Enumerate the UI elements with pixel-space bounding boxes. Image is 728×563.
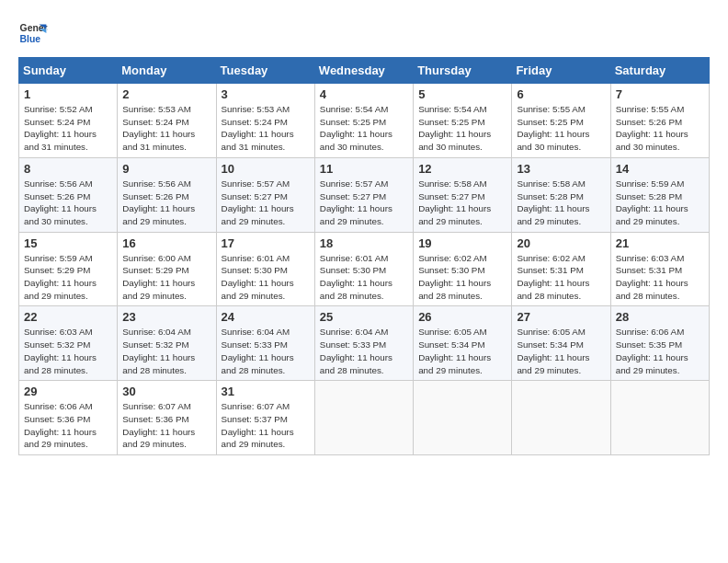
day-info: Sunrise: 6:04 AMSunset: 5:33 PMDaylight:… — [222, 326, 310, 376]
logo-icon: General Blue — [18, 18, 48, 48]
calendar-header-monday: Monday — [118, 58, 216, 84]
day-number: 13 — [517, 162, 605, 176]
day-info: Sunrise: 6:06 AMSunset: 5:36 PMDaylight:… — [24, 400, 112, 451]
calendar-cell: 16Sunrise: 6:00 AMSunset: 5:29 PMDayligh… — [118, 232, 216, 306]
day-info: Sunrise: 6:07 AMSunset: 5:36 PMDaylight:… — [122, 400, 210, 451]
calendar-week-row: 29Sunrise: 6:06 AMSunset: 5:36 PMDayligh… — [19, 381, 710, 455]
day-number: 5 — [418, 87, 506, 101]
calendar-header-thursday: Thursday — [414, 58, 512, 84]
calendar-cell: 17Sunrise: 6:01 AMSunset: 5:30 PMDayligh… — [216, 232, 314, 306]
calendar-cell: 11Sunrise: 5:57 AMSunset: 5:27 PMDayligh… — [314, 157, 413, 232]
day-info: Sunrise: 6:06 AMSunset: 5:35 PMDaylight:… — [616, 326, 704, 376]
calendar-header-wednesday: Wednesday — [314, 58, 413, 84]
day-info: Sunrise: 6:03 AMSunset: 5:31 PMDaylight:… — [616, 252, 704, 303]
day-info: Sunrise: 5:59 AMSunset: 5:29 PMDaylight:… — [24, 252, 112, 303]
day-number: 10 — [222, 162, 310, 176]
calendar-cell: 20Sunrise: 6:02 AMSunset: 5:31 PMDayligh… — [512, 232, 610, 306]
calendar-cell: 19Sunrise: 6:02 AMSunset: 5:30 PMDayligh… — [414, 232, 512, 306]
calendar-cell: 6Sunrise: 5:55 AMSunset: 5:25 PMDaylight… — [512, 84, 610, 158]
day-number: 24 — [222, 310, 310, 324]
day-info: Sunrise: 6:02 AMSunset: 5:31 PMDaylight:… — [517, 252, 605, 303]
calendar-cell: 18Sunrise: 6:01 AMSunset: 5:30 PMDayligh… — [314, 232, 413, 306]
day-number: 22 — [24, 310, 112, 324]
calendar-cell: 9Sunrise: 5:56 AMSunset: 5:26 PMDaylight… — [118, 157, 216, 232]
logo: General Blue — [18, 18, 51, 48]
calendar-cell: 7Sunrise: 5:55 AMSunset: 5:26 PMDaylight… — [610, 84, 709, 158]
calendar-cell: 8Sunrise: 5:56 AMSunset: 5:26 PMDaylight… — [19, 157, 118, 232]
day-info: Sunrise: 6:01 AMSunset: 5:30 PMDaylight:… — [222, 252, 310, 303]
day-number: 17 — [222, 236, 310, 250]
day-number: 18 — [320, 236, 408, 250]
calendar-cell: 13Sunrise: 5:58 AMSunset: 5:28 PMDayligh… — [512, 157, 610, 232]
calendar-cell: 21Sunrise: 6:03 AMSunset: 5:31 PMDayligh… — [610, 232, 709, 306]
day-info: Sunrise: 6:02 AMSunset: 5:30 PMDaylight:… — [418, 252, 506, 303]
day-info: Sunrise: 5:54 AMSunset: 5:25 PMDaylight:… — [418, 103, 506, 154]
calendar-cell: 15Sunrise: 5:59 AMSunset: 5:29 PMDayligh… — [19, 232, 118, 306]
day-info: Sunrise: 6:05 AMSunset: 5:34 PMDaylight:… — [517, 326, 605, 376]
calendar-header-sunday: Sunday — [19, 58, 118, 84]
page-header: General Blue — [18, 18, 710, 48]
day-number: 26 — [418, 310, 506, 324]
day-info: Sunrise: 6:07 AMSunset: 5:37 PMDaylight:… — [222, 400, 310, 451]
day-number: 29 — [24, 385, 112, 398]
day-number: 9 — [122, 162, 210, 176]
day-number: 27 — [517, 310, 605, 324]
day-info: Sunrise: 6:00 AMSunset: 5:29 PMDaylight:… — [122, 252, 210, 303]
day-number: 6 — [517, 87, 605, 101]
calendar-cell: 22Sunrise: 6:03 AMSunset: 5:32 PMDayligh… — [19, 306, 118, 381]
calendar-cell: 28Sunrise: 6:06 AMSunset: 5:35 PMDayligh… — [610, 306, 709, 381]
day-info: Sunrise: 5:56 AMSunset: 5:26 PMDaylight:… — [122, 178, 210, 228]
day-info: Sunrise: 6:04 AMSunset: 5:33 PMDaylight:… — [320, 326, 408, 376]
day-info: Sunrise: 5:58 AMSunset: 5:28 PMDaylight:… — [517, 178, 605, 228]
calendar-cell: 23Sunrise: 6:04 AMSunset: 5:32 PMDayligh… — [118, 306, 216, 381]
day-number: 25 — [320, 310, 408, 324]
day-number: 31 — [222, 385, 310, 398]
calendar-cell: 4Sunrise: 5:54 AMSunset: 5:25 PMDaylight… — [314, 84, 413, 158]
calendar-cell: 1Sunrise: 5:52 AMSunset: 5:24 PMDaylight… — [19, 84, 118, 158]
day-info: Sunrise: 5:55 AMSunset: 5:26 PMDaylight:… — [616, 103, 704, 154]
day-number: 30 — [122, 385, 210, 398]
calendar-cell: 10Sunrise: 5:57 AMSunset: 5:27 PMDayligh… — [216, 157, 314, 232]
calendar-header-row: SundayMondayTuesdayWednesdayThursdayFrid… — [19, 58, 710, 84]
calendar-cell: 24Sunrise: 6:04 AMSunset: 5:33 PMDayligh… — [216, 306, 314, 381]
day-info: Sunrise: 5:57 AMSunset: 5:27 PMDaylight:… — [320, 178, 408, 228]
day-info: Sunrise: 6:04 AMSunset: 5:32 PMDaylight:… — [122, 326, 210, 376]
calendar-cell: 2Sunrise: 5:53 AMSunset: 5:24 PMDaylight… — [118, 84, 216, 158]
calendar-cell: 3Sunrise: 5:53 AMSunset: 5:24 PMDaylight… — [216, 84, 314, 158]
day-number: 19 — [418, 236, 506, 250]
calendar-cell: 31Sunrise: 6:07 AMSunset: 5:37 PMDayligh… — [216, 381, 314, 455]
day-number: 20 — [517, 236, 605, 250]
day-info: Sunrise: 5:53 AMSunset: 5:24 PMDaylight:… — [122, 103, 210, 154]
day-number: 23 — [122, 310, 210, 324]
day-info: Sunrise: 6:01 AMSunset: 5:30 PMDaylight:… — [320, 252, 408, 303]
calendar-cell: 14Sunrise: 5:59 AMSunset: 5:28 PMDayligh… — [610, 157, 709, 232]
calendar-table: SundayMondayTuesdayWednesdayThursdayFrid… — [18, 57, 710, 455]
day-info: Sunrise: 5:52 AMSunset: 5:24 PMDaylight:… — [24, 103, 112, 154]
calendar-cell — [314, 381, 413, 455]
day-info: Sunrise: 6:03 AMSunset: 5:32 PMDaylight:… — [24, 326, 112, 376]
calendar-week-row: 1Sunrise: 5:52 AMSunset: 5:24 PMDaylight… — [19, 84, 710, 158]
day-number: 21 — [616, 236, 704, 250]
calendar-header-friday: Friday — [512, 58, 610, 84]
calendar-cell: 25Sunrise: 6:04 AMSunset: 5:33 PMDayligh… — [314, 306, 413, 381]
calendar-cell — [512, 381, 610, 455]
calendar-header-saturday: Saturday — [610, 58, 709, 84]
day-info: Sunrise: 5:59 AMSunset: 5:28 PMDaylight:… — [616, 178, 704, 228]
day-number: 28 — [616, 310, 704, 324]
day-info: Sunrise: 6:05 AMSunset: 5:34 PMDaylight:… — [418, 326, 506, 376]
calendar-cell: 12Sunrise: 5:58 AMSunset: 5:27 PMDayligh… — [414, 157, 512, 232]
day-number: 2 — [122, 87, 210, 101]
day-info: Sunrise: 5:53 AMSunset: 5:24 PMDaylight:… — [222, 103, 310, 154]
day-number: 12 — [418, 162, 506, 176]
day-number: 3 — [222, 87, 310, 101]
calendar-cell: 29Sunrise: 6:06 AMSunset: 5:36 PMDayligh… — [19, 381, 118, 455]
calendar-header-tuesday: Tuesday — [216, 58, 314, 84]
day-info: Sunrise: 5:57 AMSunset: 5:27 PMDaylight:… — [222, 178, 310, 228]
calendar-cell: 30Sunrise: 6:07 AMSunset: 5:36 PMDayligh… — [118, 381, 216, 455]
day-number: 7 — [616, 87, 704, 101]
day-number: 1 — [24, 87, 112, 101]
svg-text:Blue: Blue — [20, 34, 41, 44]
day-number: 14 — [616, 162, 704, 176]
calendar-cell: 26Sunrise: 6:05 AMSunset: 5:34 PMDayligh… — [414, 306, 512, 381]
calendar-cell — [414, 381, 512, 455]
